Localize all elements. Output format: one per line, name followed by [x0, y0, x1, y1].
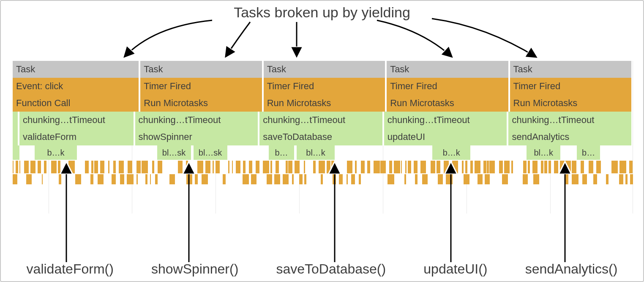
chunk-segment: chunking…tTimeout	[508, 112, 631, 129]
chunk-segment: chunking…tTimeout	[135, 112, 260, 129]
task-segment: Task	[264, 61, 387, 78]
func-segment: updateUI	[384, 129, 509, 145]
row-chunk: chunking…tTimeout chunking…tTimeout chun…	[13, 112, 631, 129]
row-event: Event: click Timer Fired Timer Fired Tim…	[13, 78, 631, 95]
event-segment: Timer Fired	[140, 78, 263, 95]
sub-segment: b…	[269, 145, 294, 160]
task-segment: Task	[387, 61, 510, 78]
call-segment: Run Microtasks	[140, 95, 263, 112]
indent	[13, 112, 18, 129]
activity-stripes	[13, 161, 631, 173]
row-task: Task Task Task Task Task	[13, 61, 631, 78]
indent	[13, 129, 18, 145]
activity-stripes	[13, 174, 631, 184]
chunk-segment: chunking…tTimeout	[19, 112, 134, 129]
call-segment: Function Call	[13, 95, 140, 112]
gridline	[633, 61, 633, 214]
flame-chart: Task Task Task Task Task Event: click Ti…	[13, 61, 631, 184]
sub-segment: b…k	[432, 145, 470, 160]
label-updateui: updateUI()	[423, 261, 487, 277]
task-segment: Task	[140, 61, 263, 78]
call-segment: Run Microtasks	[264, 95, 387, 112]
bottom-labels: validateForm() showSpinner() saveToDatab…	[1, 261, 643, 277]
label-sendanalytics: sendAnalytics()	[525, 261, 618, 277]
task-segment: Task	[510, 61, 631, 78]
event-segment: Timer Fired	[264, 78, 387, 95]
sub-segment: bl…sk	[157, 145, 191, 160]
event-segment: Event: click	[13, 78, 140, 95]
func-segment: sendAnalytics	[508, 129, 631, 145]
label-showspinner: showSpinner()	[151, 261, 238, 277]
task-segment: Task	[13, 61, 140, 78]
diagram-stage: Tasks broken up by yielding Task Task Ta…	[0, 0, 644, 282]
func-segment: saveToDatabase	[259, 129, 384, 145]
chunk-segment: chunking…tTimeout	[259, 112, 384, 129]
func-segment: showSpinner	[135, 129, 260, 145]
sub-segment: b…k	[35, 145, 77, 160]
label-savetodatabase: saveToDatabase()	[276, 261, 386, 277]
sub-segment: bl…sk	[194, 145, 227, 160]
label-validateform: validateForm()	[27, 261, 114, 277]
call-segment: Run Microtasks	[387, 95, 510, 112]
event-segment: Timer Fired	[510, 78, 631, 95]
call-segment: Run Microtasks	[510, 95, 631, 112]
event-segment: Timer Fired	[387, 78, 510, 95]
row-call: Function Call Run Microtasks Run Microta…	[13, 95, 631, 112]
sub-segment	[13, 145, 19, 160]
sub-segment: bl…k	[297, 145, 335, 160]
diagram-title: Tasks broken up by yielding	[1, 4, 643, 21]
sub-segment: bl…k	[527, 145, 560, 160]
chunk-segment: chunking…tTimeout	[384, 112, 509, 129]
sub-segment: b…	[577, 145, 600, 160]
row-sub: b…k bl…sk bl…sk b… bl…k b…k	[13, 145, 631, 160]
func-segment: validateForm	[19, 129, 134, 145]
row-func: validateForm showSpinner saveToDatabase …	[13, 129, 631, 145]
